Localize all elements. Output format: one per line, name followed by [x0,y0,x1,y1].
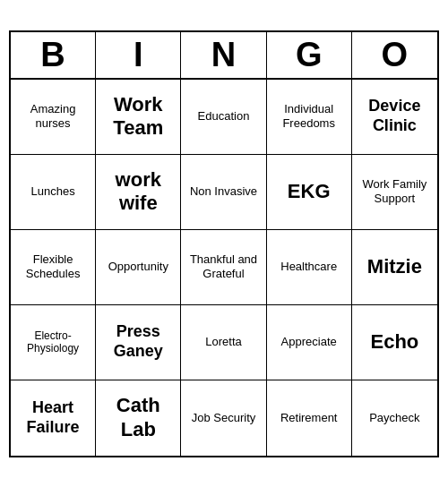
cell-text: Electro-Physiology [14,329,91,355]
cell-text: Work Family Support [356,177,434,205]
cell-text: Press Ganey [99,322,177,361]
cell-text: Paycheck [369,411,419,425]
bingo-cell: Work Family Support [352,155,437,230]
bingo-cell: Device Clinic [352,80,437,155]
cell-text: Thankful and Grateful [185,252,262,280]
bingo-cell: Job Security [181,380,266,456]
bingo-cell: Healthcare [267,230,352,305]
bingo-cell: Echo [352,305,437,380]
cell-text: Healthcare [280,260,337,274]
cell-text: Non Invasive [190,184,257,199]
bingo-grid: Amazing nursesWork TeamEducationIndividu… [11,80,437,456]
bingo-cell: Flexible Schedules [11,230,96,305]
cell-text: Lunches [31,184,75,199]
bingo-cell: Amazing nurses [11,80,96,155]
cell-text: EKG [288,180,331,203]
cell-text: work wife [99,168,177,216]
cell-text: Heart Failure [14,398,91,437]
cell-text: Individual Freedoms [271,102,348,130]
header-letter: N [181,32,266,78]
cell-text: Device Clinic [356,97,434,135]
bingo-cell: Cath Lab [96,380,181,456]
header-letter: G [267,32,352,78]
cell-text: Flexible Schedules [14,252,91,280]
cell-text: Opportunity [108,260,168,274]
bingo-cell: Work Team [96,80,181,155]
bingo-card: BINGO Amazing nursesWork TeamEducationIn… [9,30,439,457]
cell-text: Amazing nurses [14,102,91,130]
bingo-cell: Heart Failure [11,380,96,456]
bingo-header: BINGO [11,32,437,80]
header-letter: O [352,32,437,78]
cell-text: Echo [370,330,418,354]
cell-text: Education [198,109,250,124]
bingo-cell: Mitzie [352,230,437,305]
bingo-cell: Lunches [11,155,96,230]
bingo-cell: Opportunity [96,230,181,305]
header-letter: B [11,32,96,78]
bingo-cell: work wife [96,155,181,230]
cell-text: Retirement [280,411,338,425]
cell-text: Appreciate [281,335,337,349]
bingo-cell: Appreciate [267,305,352,380]
bingo-cell: Education [181,80,266,155]
bingo-cell: Press Ganey [96,305,181,380]
cell-text: Mitzie [367,255,422,278]
bingo-cell: Thankful and Grateful [181,230,266,305]
cell-text: Cath Lab [99,394,177,441]
cell-text: Job Security [192,411,256,425]
bingo-cell: Loretta [181,305,266,380]
cell-text: Loretta [205,335,241,349]
bingo-cell: Non Invasive [181,155,266,230]
bingo-cell: Electro-Physiology [11,305,96,380]
bingo-cell: Retirement [267,380,352,456]
bingo-cell: Individual Freedoms [267,80,352,155]
bingo-cell: Paycheck [352,380,437,456]
bingo-cell: EKG [267,155,352,230]
header-letter: I [96,32,181,78]
cell-text: Work Team [99,93,177,141]
